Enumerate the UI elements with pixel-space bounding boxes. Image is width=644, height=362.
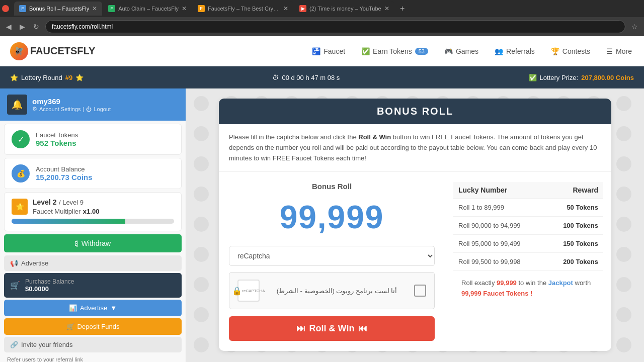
- content-wrapper: 🔔 omy369 ⚙ Account Settings | ⏻ Logout ✓: [0, 88, 644, 362]
- lottery-timer-value: 00 d 00 h 47 m 08 s: [282, 74, 340, 81]
- referrals-icon: 👥: [495, 47, 503, 55]
- tab-close-1[interactable]: ✕: [92, 5, 97, 12]
- account-balance-value: 15,200.73 Coins: [36, 173, 93, 182]
- browser-chrome: F Bonus Roll – FaucetsFly ✕ F Auto Claim…: [0, 0, 644, 36]
- withdraw-button[interactable]: ₿ Withdraw: [4, 234, 182, 252]
- jackpot-exclaim: !: [530, 290, 532, 297]
- reward-3: 150 Tokens: [545, 235, 603, 253]
- nav-more-label: More: [616, 47, 632, 55]
- nav-contests[interactable]: 🏆 Contests: [549, 43, 592, 59]
- recaptcha-logo: 🔒 reCAPTCHA: [237, 280, 260, 302]
- roll-backward-icon: ⏮: [358, 323, 367, 334]
- bonus-roll-panel: BONUS ROLL Please fill in the captcha be…: [219, 99, 611, 351]
- new-tab-button[interactable]: +: [395, 2, 410, 16]
- more-icon: ☰: [606, 47, 613, 55]
- tab-close-2[interactable]: ✕: [182, 5, 187, 12]
- browser-close-dot[interactable]: [2, 5, 9, 12]
- lottery-bar: ⭐ Lottery Round #9 ⭐ ⏱ 00 d 00 h 47 m 08…: [0, 66, 644, 88]
- advertise-btn-icon: 📊: [69, 304, 77, 312]
- faucet-tokens-label: Faucet Tokens: [36, 131, 78, 139]
- jackpot-number: 99,999: [497, 279, 517, 287]
- range-2: Roll 90,000 to 94,999: [453, 217, 545, 235]
- withdraw-label: Withdraw: [82, 239, 111, 247]
- advertise-button[interactable]: 📊 Advertise ▼: [4, 300, 182, 316]
- range-3: Roll 95,000 to 99,499: [453, 235, 545, 253]
- jackpot-link[interactable]: Jackpot: [548, 279, 573, 287]
- lottery-round-number: #9: [65, 74, 72, 81]
- tab-faucetsfly-main[interactable]: F FaucetsFly – The Best Cryptocurr... ✕: [193, 2, 293, 16]
- level-row: ⭐ Level 2 / Level 9 Faucet Multiplier x1…: [12, 198, 174, 216]
- faucet-tokens-card: ✓ Faucet Tokens 952 Tokens: [4, 124, 182, 155]
- payout-row-2: Roll 90,000 to 94,999 100 Tokens: [453, 217, 603, 235]
- roll-body: Bonus Roll 99,999 reCaptcha hCaptcha 🔒 r…: [219, 172, 611, 351]
- nav-games[interactable]: 🎮 Games: [442, 43, 480, 59]
- bonus-roll-title: BONUS ROLL: [377, 106, 453, 117]
- power-icon: ⏻: [86, 106, 92, 112]
- nav-earn-tokens[interactable]: ✅ Earn Tokens 53: [359, 43, 430, 59]
- nav-faucet[interactable]: 🚰 Faucet: [310, 43, 347, 59]
- address-input[interactable]: [45, 20, 625, 33]
- captcha-select[interactable]: reCaptcha hCaptcha: [229, 246, 435, 266]
- lottery-prize-label: Lottery Prize:: [540, 74, 579, 81]
- coin-icon: 💰: [12, 164, 30, 183]
- recaptcha-checkbox[interactable]: [414, 285, 426, 297]
- check-icon: ✅: [529, 74, 537, 81]
- invite-label: Invite your friends: [21, 341, 73, 348]
- bitcoin-icon: ₿: [75, 239, 78, 247]
- roll-win-button[interactable]: ⏭ Roll & Win ⏮: [229, 316, 435, 341]
- refresh-button[interactable]: ↻: [31, 21, 41, 33]
- account-balance-card: 💰 Account Balance 15,200.73 Coins: [4, 158, 182, 189]
- user-avatar: 🔔: [7, 95, 27, 115]
- roll-left-header: Bonus Roll: [229, 182, 435, 191]
- roll-left: Bonus Roll 99,999 reCaptcha hCaptcha 🔒 r…: [219, 172, 445, 351]
- level-progress-fill: [12, 219, 125, 224]
- jackpot-suffix: worth: [575, 279, 591, 287]
- earn-icon: ✅: [361, 47, 370, 55]
- level-sub: / Level 9: [59, 199, 84, 206]
- payout-row-3: Roll 95,000 to 99,499 150 Tokens: [453, 235, 603, 253]
- tab-close-3[interactable]: ✕: [283, 5, 288, 12]
- nav-earn-label: Earn Tokens: [373, 47, 412, 55]
- token-icon: ✓: [12, 130, 30, 148]
- timer-icon: ⏱: [272, 74, 279, 81]
- tab-title-3: FaucetsFly – The Best Cryptocurr...: [208, 6, 280, 12]
- user-links: ⚙ Account Settings | ⏻ Logout: [32, 106, 111, 112]
- jackpot-prefix: Roll exactly: [461, 279, 497, 287]
- nav-more[interactable]: ☰ More: [604, 43, 634, 59]
- forward-button[interactable]: ▶: [18, 21, 27, 33]
- reward-1: 50 Tokens: [545, 199, 603, 217]
- sidebar: 🔔 omy369 ⚙ Account Settings | ⏻ Logout ✓: [0, 88, 186, 362]
- purchase-value: $0.0000: [25, 285, 74, 293]
- tab-title-1: Bonus Roll – FaucetsFly: [29, 6, 89, 12]
- earn-badge: 53: [415, 48, 428, 55]
- account-settings-link[interactable]: Account Settings: [39, 106, 81, 112]
- bonus-roll-description: Please fill in the captcha below and cli…: [219, 124, 611, 172]
- range-1: Roll 1 to 89,999: [453, 199, 545, 217]
- tab-youtube[interactable]: ▶ (2) Time is money – YouTube ✕: [294, 2, 394, 16]
- advertise-header-label: Advertise: [21, 259, 48, 267]
- payout-row-4: Roll 99,500 to 99,998 200 Tokens: [453, 253, 603, 271]
- range-4: Roll 99,500 to 99,998: [453, 253, 545, 271]
- reward-2: 100 Tokens: [545, 217, 603, 235]
- user-name: omy369: [32, 97, 111, 106]
- lottery-prize-amount: 207,800.00 Coins: [581, 74, 634, 81]
- chevron-down-icon: ▼: [110, 304, 117, 312]
- col-lucky-number: Lucky Number: [453, 182, 545, 199]
- nav-games-label: Games: [456, 47, 478, 55]
- logout-link[interactable]: Logout: [94, 106, 111, 112]
- roll-number: 99,999: [229, 199, 435, 236]
- back-button[interactable]: ◀: [4, 21, 14, 33]
- lottery-timer: ⏱ 00 d 00 h 47 m 08 s: [272, 74, 340, 81]
- nav-referrals[interactable]: 👥 Referrals: [493, 43, 537, 59]
- logo[interactable]: 🪰 FAUCETSFLY: [10, 42, 95, 60]
- user-info: omy369 ⚙ Account Settings | ⏻ Logout: [32, 97, 111, 112]
- invite-header: 🔗 Invite your friends: [4, 337, 182, 352]
- bookmark-button[interactable]: ☆: [629, 21, 640, 33]
- lottery-round: ⭐ Lottery Round #9 ⭐: [10, 74, 84, 81]
- roll-right: Lucky Number Reward Roll 1 to 89,999 50 …: [445, 172, 611, 351]
- tab-auto-claim[interactable]: F Auto Claim – FaucetsFly ✕: [103, 2, 192, 16]
- tab-close-4[interactable]: ✕: [384, 5, 389, 12]
- deposit-button[interactable]: 🛒 Deposit Funds: [4, 318, 182, 335]
- tab-bonus-roll[interactable]: F Bonus Roll – FaucetsFly ✕: [14, 2, 102, 16]
- account-balance-label: Account Balance: [36, 165, 93, 173]
